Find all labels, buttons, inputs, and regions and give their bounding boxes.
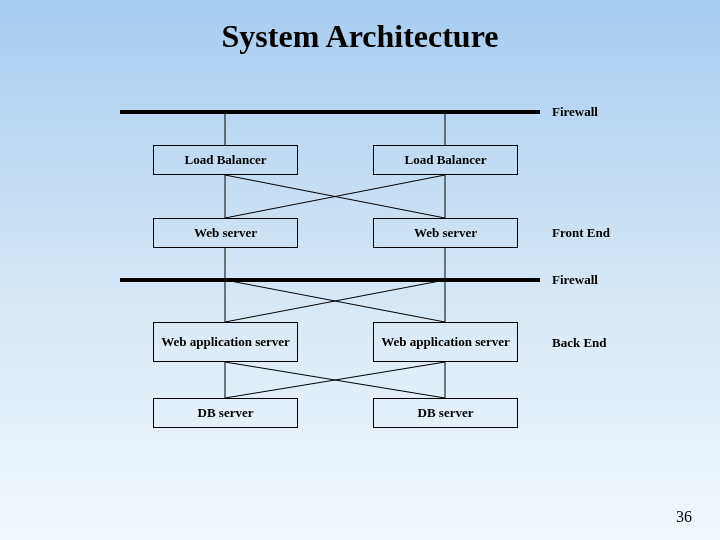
page-title: System Architecture (0, 18, 720, 55)
box-load-balancer-2: Load Balancer (373, 145, 518, 175)
svg-line-13 (225, 280, 445, 322)
label-back-end: Back End (552, 335, 607, 351)
box-web-server-2: Web server (373, 218, 518, 248)
label-firewall-1: Firewall (552, 104, 598, 120)
svg-line-16 (225, 362, 445, 398)
box-db-server-1: DB server (153, 398, 298, 428)
diagram-lines (0, 0, 720, 540)
svg-line-17 (225, 362, 445, 398)
svg-line-6 (225, 175, 445, 218)
svg-line-5 (225, 175, 445, 218)
box-web-app-server-2: Web application server (373, 322, 518, 362)
box-web-server-1: Web server (153, 218, 298, 248)
label-front-end: Front End (552, 225, 610, 241)
svg-line-12 (225, 280, 445, 322)
label-firewall-2: Firewall (552, 272, 598, 288)
box-db-server-2: DB server (373, 398, 518, 428)
box-web-app-server-1: Web application server (153, 322, 298, 362)
page-number: 36 (676, 508, 692, 526)
box-load-balancer-1: Load Balancer (153, 145, 298, 175)
